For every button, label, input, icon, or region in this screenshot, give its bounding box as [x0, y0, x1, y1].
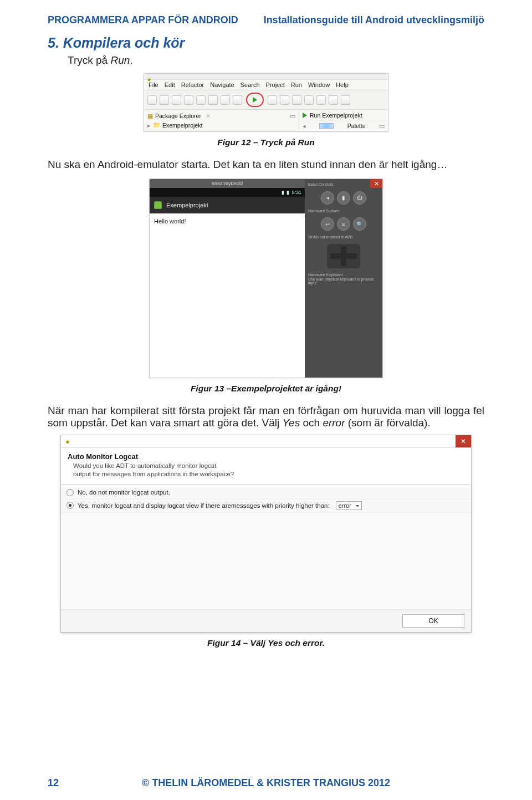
intro-paragraph: Tryck på Run. — [68, 54, 484, 67]
menu-refactor[interactable]: Refactor — [181, 81, 204, 88]
tool-icon[interactable] — [304, 95, 314, 105]
tool-icon[interactable] — [196, 95, 206, 105]
tool-icon[interactable] — [341, 95, 350, 105]
tool-icon[interactable] — [147, 95, 157, 105]
play-icon — [253, 97, 257, 103]
option-no-label: No, do not monitor logcat output. — [78, 489, 170, 496]
search-button[interactable]: 🔍 — [353, 217, 366, 231]
vol-up-button[interactable]: ▮ — [337, 191, 350, 205]
menu-run[interactable]: Run — [291, 81, 302, 88]
project-tree-item[interactable]: Exempelprojekt — [162, 122, 202, 129]
back-button[interactable]: ↩ — [321, 217, 334, 231]
palette-label: Palette — [347, 123, 366, 129]
radio-unselected-icon[interactable] — [66, 489, 74, 496]
figure-13-emulator: ✕ 5554:myDroid ▮ ▮ 5:31 Exempelprojekt H… — [149, 179, 383, 378]
emulator-side-panel: Basic Controls ◂ ▮ ⏻ Hardware Buttons ↩ … — [305, 179, 382, 378]
tool-icon[interactable] — [160, 95, 169, 105]
paragraph-logcat: När man har kompilerat sitt första proje… — [48, 405, 484, 429]
side-label: Hardware Buttons — [308, 209, 379, 213]
close-icon[interactable]: ✕ — [456, 435, 471, 447]
dialog-title: Auto Monitor Logcat — [68, 452, 464, 461]
page-number: 12 — [48, 777, 59, 789]
figure-12-caption: Figur 12 – Tryck på Run — [48, 137, 484, 147]
run-button-highlight[interactable] — [246, 93, 264, 107]
hello-text: Hello world! — [154, 218, 186, 225]
tool-icon[interactable] — [221, 95, 230, 105]
folder-icon: 📁 — [153, 121, 160, 129]
figure-14-caption: Figur 14 – Välj Yes och error. — [48, 638, 484, 648]
play-icon — [303, 113, 307, 118]
palette-swatch — [319, 123, 334, 129]
menu-button[interactable]: ≡ — [337, 217, 350, 231]
figure-12-eclipse: ● File Edit Refactor Navigate Search Pro… — [144, 73, 388, 132]
package-explorer-title: Package Explorer — [155, 113, 201, 119]
header-right: Installationsguide till Android utveckli… — [264, 14, 484, 26]
menu-window[interactable]: Window — [308, 81, 330, 88]
menu-project[interactable]: Project — [266, 81, 285, 88]
package-explorer-icon: ▦ — [147, 113, 153, 119]
tool-icon[interactable] — [184, 95, 193, 105]
option-yes-row[interactable]: Yes, monitor logcat and display logcat v… — [61, 499, 471, 513]
tool-icon[interactable] — [280, 95, 289, 105]
menu-search[interactable]: Search — [241, 81, 260, 88]
dialog-icon: ● — [65, 437, 70, 446]
menu-file[interactable]: File — [149, 81, 158, 88]
tool-icon[interactable] — [172, 95, 181, 105]
footer-copyright: © THELIN LÄROMEDEL & KRISTER TRANGIUS 20… — [142, 777, 390, 789]
vol-down-button[interactable]: ◂ — [321, 191, 334, 205]
tool-icon[interactable] — [292, 95, 301, 105]
side-label: DPAD not enabled in AVD — [308, 235, 379, 240]
tool-icon[interactable] — [233, 95, 242, 105]
android-status-bar: ▮ ▮ 5:31 — [150, 188, 305, 197]
paragraph-after-fig12: Nu ska en Android-emulator starta. Det k… — [48, 159, 484, 171]
section-title: 5. Kompilera och kör — [48, 35, 484, 51]
dialog-subtitle: Would you like ADT to automatically moni… — [68, 462, 464, 478]
power-button[interactable]: ⏻ — [353, 191, 366, 205]
tool-icon[interactable] — [329, 95, 338, 105]
close-icon[interactable]: ✕ — [370, 179, 382, 188]
radio-selected-icon[interactable] — [66, 502, 74, 509]
figure-14-logcat-dialog: ● ✕ Auto Monitor Logcat Would you like A… — [60, 435, 472, 633]
run-menu-item[interactable]: Run Exempelprojekt — [310, 112, 362, 119]
menu-edit[interactable]: Edit — [165, 81, 175, 88]
clock: 5:31 — [291, 190, 301, 195]
side-label: Basic Controls — [308, 182, 379, 187]
battery-icon: ▮ — [287, 190, 289, 195]
ok-button[interactable]: OK — [402, 614, 464, 628]
priority-select[interactable]: error — [336, 501, 362, 510]
signal-icon: ▮ — [282, 190, 284, 195]
tool-icon[interactable] — [316, 95, 326, 105]
android-icon — [154, 201, 162, 209]
eclipse-menubar: File Edit Refactor Navigate Search Proje… — [144, 80, 388, 90]
side-label: Hardware Keyboard Use your physical keyb… — [308, 273, 379, 286]
eclipse-toolbar — [144, 90, 388, 110]
android-app-bar: Exempelprojekt — [150, 197, 305, 213]
menu-navigate[interactable]: Navigate — [210, 81, 234, 88]
tool-icon[interactable] — [268, 95, 277, 105]
menu-help[interactable]: Help — [336, 81, 349, 88]
option-yes-label: Yes, monitor logcat and display logcat v… — [78, 502, 330, 509]
header-left: PROGRAMMERA APPAR FÖR ANDROID — [48, 14, 238, 26]
dpad[interactable] — [327, 244, 360, 268]
app-title: Exempelprojekt — [166, 202, 208, 208]
option-no-row[interactable]: No, do not monitor logcat output. — [61, 487, 471, 499]
figure-13-caption: Figur 13 –Exempelprojektet är igång! — [48, 384, 484, 394]
emulator-titlebar: 5554:myDroid — [150, 179, 305, 188]
app-screen: Hello world! — [150, 213, 305, 378]
tool-icon[interactable] — [208, 95, 218, 105]
